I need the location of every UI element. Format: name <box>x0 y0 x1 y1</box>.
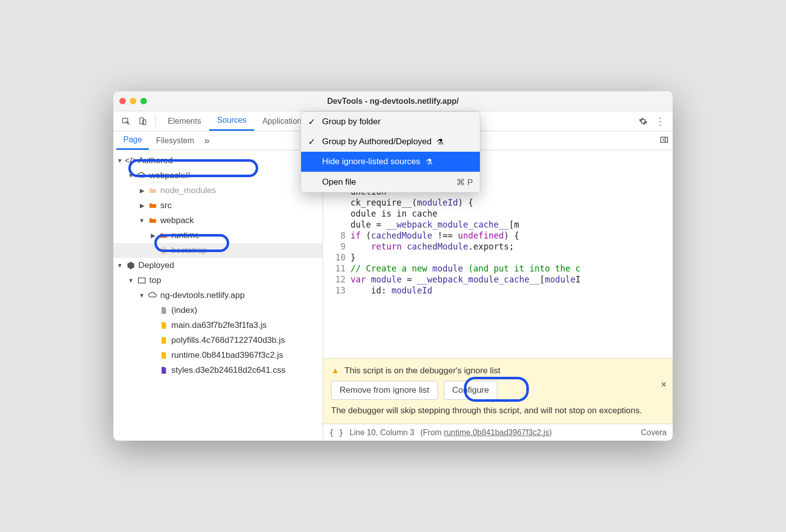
navigator-pane: Page Filesystem » ⋮ ▼</>Authored ▼webpac… <box>113 131 323 441</box>
device-toggle-icon[interactable] <box>134 117 151 126</box>
titlebar: DevTools - ng-devtools.netlify.app/ <box>113 91 673 111</box>
tree-runtime[interactable]: ▶runtime <box>113 228 323 243</box>
subtab-filesystem[interactable]: Filesystem <box>149 131 201 150</box>
tree-top[interactable]: ▼top <box>113 273 323 288</box>
ignore-list-banner: ▲ This script is on the debugger's ignor… <box>323 358 673 424</box>
settings-icon[interactable] <box>635 117 652 126</box>
traffic-lights <box>119 98 147 104</box>
keyboard-shortcut: ⌘ P <box>456 177 473 188</box>
close-window[interactable] <box>119 98 126 104</box>
tree-webpack-folder[interactable]: ▼webpack <box>113 213 323 228</box>
more-subtabs-icon[interactable]: » <box>204 135 210 146</box>
subtab-page[interactable]: Page <box>116 131 149 150</box>
show-debugger-icon[interactable] <box>660 135 669 146</box>
window-title: DevTools - ng-devtools.netlify.app/ <box>113 97 673 106</box>
cursor-position: Line 10, Column 3 <box>350 428 414 437</box>
close-icon[interactable]: × <box>661 379 667 390</box>
tree-authored[interactable]: ▼</>Authored <box>113 153 323 168</box>
menu-group-authored[interactable]: ✓Group by Authored/Deployed⚗ <box>301 132 480 152</box>
tree-deployed[interactable]: ▼Deployed <box>113 258 323 273</box>
warning-icon: ▲ <box>331 366 340 376</box>
status-bar: { } Line 10, Column 3 (From runtime.0b84… <box>323 424 673 441</box>
navigator-tabs: Page Filesystem » ⋮ <box>113 131 323 150</box>
configure-button[interactable]: Configure <box>444 381 498 400</box>
tree-polyfills-js[interactable]: polyfills.4c768d7122740d3b.js <box>113 333 323 348</box>
banner-title: This script is on the debugger's ignore … <box>345 366 500 376</box>
tree-node-modules[interactable]: ▶node_modules <box>113 183 323 198</box>
devtools-window: DevTools - ng-devtools.netlify.app/ Elem… <box>113 91 673 441</box>
svg-rect-3 <box>138 278 145 283</box>
tree-host[interactable]: ▼ng-devtools.netlify.app <box>113 288 323 303</box>
svg-rect-6 <box>661 137 668 142</box>
zoom-window[interactable] <box>140 98 147 104</box>
tab-sources[interactable]: Sources <box>209 111 255 131</box>
flask-icon: ⚗ <box>436 137 443 147</box>
inspect-icon[interactable] <box>117 117 134 126</box>
menu-group-folder[interactable]: ✓Group by folder <box>301 112 480 132</box>
tree-webpack-scheme[interactable]: ▼webpack:// <box>113 168 323 183</box>
tree-runtime-js[interactable]: runtime.0b841bad3967f3c2.js <box>113 348 323 363</box>
minimize-window[interactable] <box>130 98 136 104</box>
menu-hide-ignored[interactable]: Hide ignore-listed sources⚗ <box>301 152 480 172</box>
pretty-print-icon[interactable]: { } <box>329 428 344 437</box>
tree-styles-css[interactable]: styles.d3e2b24618d2c641.css <box>113 363 323 378</box>
tree-src[interactable]: ▶src <box>113 198 323 213</box>
tree-main-js[interactable]: main.da63f7b2fe3f1fa3.js <box>113 318 323 333</box>
coverage-label: Covera <box>641 428 667 437</box>
banner-description: The debugger will skip stepping through … <box>331 406 665 416</box>
file-tree: ▼</>Authored ▼webpack:// ▶node_modules ▶… <box>113 150 323 441</box>
tab-elements[interactable]: Elements <box>160 111 209 131</box>
from-file-link[interactable]: runtime.0b841bad3967f3c2.js <box>444 428 549 437</box>
remove-ignore-button[interactable]: Remove from ignore list <box>331 381 438 400</box>
tree-bootstrap[interactable]: bootstrap <box>113 243 323 258</box>
flask-icon: ⚗ <box>425 157 432 167</box>
kebab-icon[interactable]: ⋮ <box>652 115 669 127</box>
menu-open-file[interactable]: Open file⌘ P <box>301 172 480 192</box>
tree-index[interactable]: (index) <box>113 303 323 318</box>
context-menu: ✓Group by folder ✓Group by Authored/Depl… <box>301 111 480 193</box>
